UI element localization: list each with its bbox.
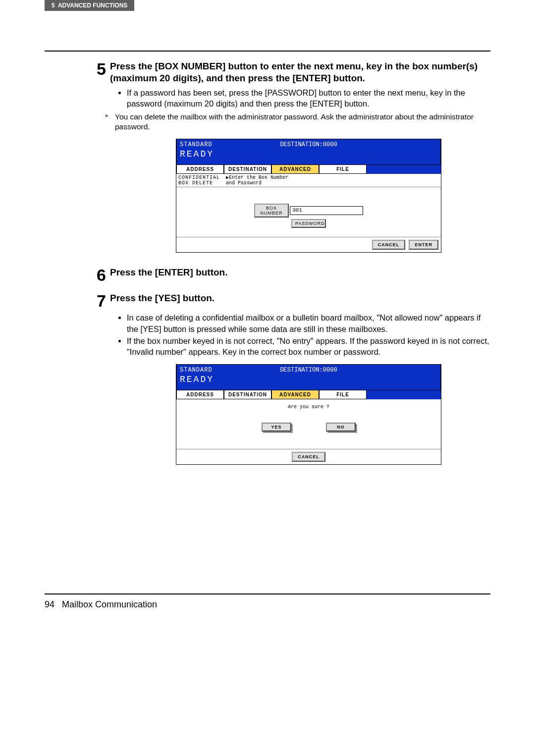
screenshot-confirm: STANDARD DESTINATION:0000 READY ADDRESS … bbox=[176, 364, 441, 465]
chapter-number: 5 bbox=[52, 2, 55, 9]
enter-button[interactable]: ENTER bbox=[409, 240, 438, 250]
step-number: 5 bbox=[89, 60, 106, 77]
step-5: 5 Press the [BOX NUMBER] button to enter… bbox=[89, 60, 490, 253]
footer-title: Mailbox Communication bbox=[62, 599, 157, 609]
step-bullet: If a password has been set, press the [P… bbox=[127, 87, 490, 109]
step-bullet: In case of deleting a confidential mailb… bbox=[127, 312, 490, 334]
tab-address[interactable]: ADDRESS bbox=[176, 164, 224, 174]
destination-count: DESTINATION:0000 bbox=[280, 367, 337, 374]
password-button[interactable]: PASSWORD bbox=[291, 219, 326, 228]
cancel-button[interactable]: CANCEL bbox=[372, 240, 406, 250]
tab-file[interactable]: FILE bbox=[319, 390, 367, 399]
step-6: 6 Press the [ENTER] button. bbox=[89, 267, 490, 283]
page-footer: 94 Mailbox Communication bbox=[45, 594, 490, 610]
status-ready: READY bbox=[180, 149, 437, 159]
chapter-header: 5 ADVANCED FUNCTIONS bbox=[45, 0, 134, 11]
status-ready: READY bbox=[180, 375, 437, 384]
confirm-prompt: Are you sure ? bbox=[176, 404, 441, 410]
destination-count: DESTINATION:0000 bbox=[280, 141, 337, 148]
screenshot-box-delete: STANDARD DESTINATION:0000 READY ADDRESS … bbox=[176, 139, 441, 253]
sub-instruction: ▶Enter the Box Number and Password bbox=[224, 174, 441, 187]
tab-destination[interactable]: DESTINATION bbox=[224, 390, 271, 399]
tab-destination[interactable]: DESTINATION bbox=[224, 164, 271, 174]
step-number: 7 bbox=[89, 292, 106, 309]
chapter-title: ADVANCED FUNCTIONS bbox=[58, 2, 127, 9]
step-title: Press the [YES] button. bbox=[110, 292, 490, 304]
separator bbox=[45, 51, 490, 52]
tab-advanced[interactable]: ADVANCED bbox=[271, 390, 319, 399]
tab-address[interactable]: ADDRESS bbox=[176, 390, 224, 399]
note-text: You can delete the mailbox with the admi… bbox=[115, 112, 490, 132]
box-number-input[interactable]: 301 bbox=[290, 206, 363, 215]
box-number-button[interactable]: BOX NUMBER bbox=[254, 204, 289, 217]
no-button[interactable]: NO bbox=[326, 423, 356, 432]
page-number: 94 bbox=[45, 599, 54, 609]
step-title: Press the [BOX NUMBER] button to enter t… bbox=[110, 60, 490, 84]
yes-button[interactable]: YES bbox=[262, 423, 291, 432]
tab-file[interactable]: FILE bbox=[319, 164, 367, 174]
cancel-button[interactable]: CANCEL bbox=[292, 452, 325, 462]
step-title: Press the [ENTER] button. bbox=[110, 267, 490, 278]
note-marker: * bbox=[105, 112, 115, 132]
tab-advanced[interactable]: ADVANCED bbox=[271, 164, 319, 174]
sub-function-label: CONFIDENTIAL BOX DELETE bbox=[176, 174, 224, 187]
step-number: 6 bbox=[89, 267, 106, 283]
step-7: 7 Press the [YES] button. In case of del… bbox=[89, 292, 490, 465]
step-bullet: If the box number keyed in is not correc… bbox=[127, 335, 490, 358]
